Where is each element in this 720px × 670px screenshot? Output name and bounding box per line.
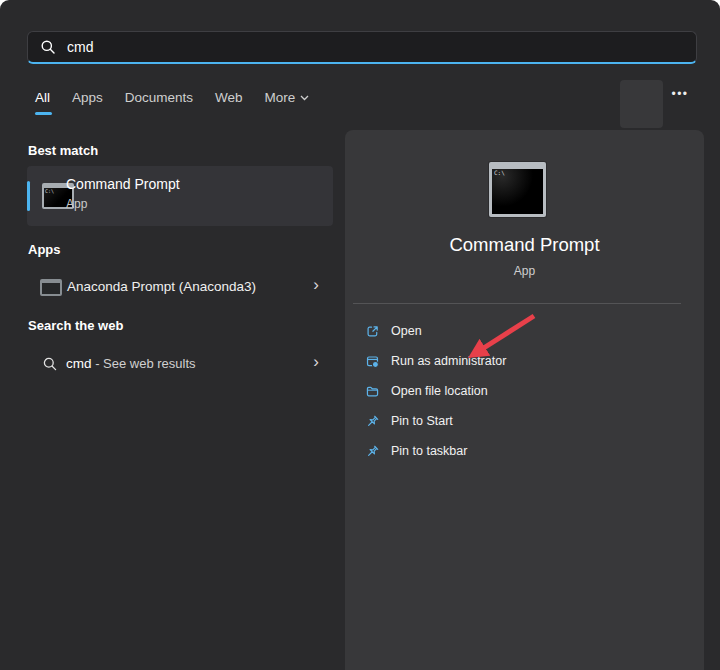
search-icon: [40, 39, 56, 55]
context-actions-list: Open Run as administrator Open file loca…: [345, 316, 704, 466]
tab-web[interactable]: Web: [215, 90, 243, 105]
preview-panel: C:\ Command Prompt App Open Run as admin…: [345, 130, 704, 670]
pin-icon: [365, 444, 380, 459]
more-options-button[interactable]: •••: [662, 85, 698, 103]
action-run-as-administrator[interactable]: Run as administrator: [345, 346, 704, 376]
open-icon: [365, 324, 380, 339]
action-label: Open: [391, 324, 422, 338]
tab-more[interactable]: More: [265, 90, 310, 105]
tab-more-label: More: [265, 90, 296, 105]
windows-search-flyout: All Apps Documents Web More ••• Best mat…: [0, 0, 720, 670]
action-pin-to-start[interactable]: Pin to Start: [345, 406, 704, 436]
result-subtitle: App: [66, 197, 87, 211]
action-open[interactable]: Open: [345, 316, 704, 346]
search-filter-tabs: All Apps Documents Web More: [35, 90, 309, 105]
action-label: Pin to taskbar: [391, 444, 467, 458]
anaconda-prompt-icon: [40, 279, 62, 296]
tab-apps[interactable]: Apps: [72, 90, 103, 105]
search-input[interactable]: [67, 39, 684, 55]
web-suffix: - See web results: [92, 356, 196, 371]
action-open-file-location[interactable]: Open file location: [345, 376, 704, 406]
action-pin-to-taskbar[interactable]: Pin to taskbar: [345, 436, 704, 466]
command-prompt-large-icon: C:\: [489, 162, 546, 217]
chevron-right-icon: ›: [313, 352, 319, 372]
selection-accent-bar: [27, 181, 30, 211]
apps-header: Apps: [28, 242, 61, 257]
search-box[interactable]: [27, 31, 697, 64]
preview-title: Command Prompt: [345, 234, 704, 256]
chevron-down-icon: [300, 95, 309, 101]
action-label: Open file location: [391, 384, 488, 398]
best-match-header: Best match: [28, 143, 98, 158]
run-as-admin-icon: [365, 354, 380, 369]
chevron-right-icon: ›: [313, 275, 319, 295]
search-the-web-header: Search the web: [28, 318, 123, 333]
tab-documents[interactable]: Documents: [125, 90, 193, 105]
action-label: Pin to Start: [391, 414, 453, 428]
preview-subtitle: App: [345, 264, 704, 278]
result-title: Command Prompt: [66, 176, 180, 192]
result-anaconda-prompt[interactable]: Anaconda Prompt (Anaconda3) ›: [27, 271, 333, 305]
tab-all[interactable]: All: [35, 90, 50, 105]
divider: [353, 303, 681, 304]
web-query: cmd: [66, 356, 92, 371]
result-web-search-cmd[interactable]: cmd - See web results ›: [27, 348, 333, 380]
pin-icon: [365, 414, 380, 429]
active-tab-underline: [35, 112, 52, 115]
action-label: Run as administrator: [391, 354, 506, 368]
search-icon: [42, 356, 58, 372]
result-label: Anaconda Prompt (Anaconda3): [67, 279, 256, 294]
header-hover-highlight: [620, 80, 663, 128]
best-match-result-command-prompt[interactable]: C:\ Command Prompt App: [27, 166, 333, 226]
folder-icon: [365, 384, 380, 399]
web-result-text: cmd - See web results: [66, 356, 196, 371]
